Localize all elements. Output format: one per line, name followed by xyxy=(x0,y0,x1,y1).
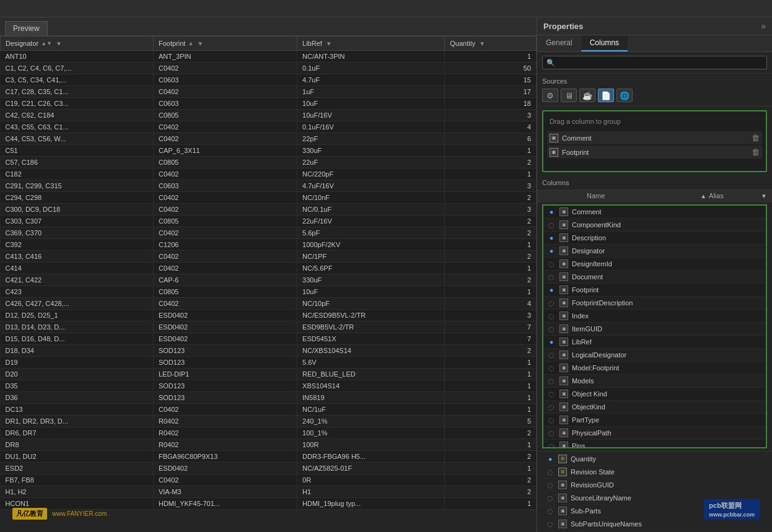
table-row[interactable]: D15, D16, D48, D... ESD0402 ESD5451X 7 xyxy=(1,333,537,345)
table-row[interactable]: D18, D34 SOD123 NC/XBS104S14 2 xyxy=(1,345,537,357)
visibility-icon[interactable]: ◌ xyxy=(547,364,556,372)
visibility-icon[interactable]: ◌ xyxy=(547,377,556,385)
preview-tab[interactable]: Preview xyxy=(5,21,48,35)
properties-collapse-btn[interactable]: » xyxy=(761,21,766,31)
column-list-item[interactable]: ◌ ▣ Document xyxy=(543,271,766,284)
column-list-item[interactable]: ● ▣ Designator xyxy=(543,245,766,258)
table-row[interactable]: D13, D14, D23, D... ESD0402 ESD9B5VL-2/T… xyxy=(1,321,537,333)
col-header-libref[interactable]: LibRef ▼ xyxy=(297,37,445,51)
table-row[interactable]: H1, H2 VIA-M3 H1 2 xyxy=(1,486,537,498)
column-list-item[interactable]: ◌ ▣ DesignItemId xyxy=(543,258,766,271)
visibility-icon[interactable]: ◌ xyxy=(547,429,556,437)
table-row[interactable]: C291, C299, C315 C0603 4.7uF/16V 3 xyxy=(1,180,537,192)
visibility-icon[interactable]: ◌ xyxy=(546,494,555,502)
bottom-column-item[interactable]: ● ⚙ Quantity xyxy=(537,453,772,466)
source-cup-btn[interactable]: ☕ xyxy=(579,89,595,102)
column-list-item[interactable]: ◌ ▣ Model:Footprint xyxy=(543,362,766,375)
group-delete-comment[interactable]: 🗑 xyxy=(752,133,760,142)
column-list-item[interactable]: ◌ ▣ PhysicalPath xyxy=(543,427,766,440)
visibility-icon[interactable]: ◌ xyxy=(547,351,556,359)
visibility-icon[interactable]: ◌ xyxy=(546,481,555,489)
table-row[interactable]: C303, C307 C0805 22uF/16V 2 xyxy=(1,216,537,227)
table-row[interactable]: C423 C0805 10uF 1 xyxy=(1,286,537,298)
table-row[interactable]: D12, D25, D25_1 ESD0402 NC/ESD9B5VL-2/TR… xyxy=(1,310,537,321)
column-list-item[interactable]: ◌ ▣ PartType xyxy=(543,414,766,427)
tab-columns[interactable]: Columns xyxy=(581,35,628,51)
columns-list-wrapper[interactable]: ● ▣ Comment ◌ ▣ ComponentKind ● ▣ Descri… xyxy=(542,204,767,448)
quantity-filter-icon[interactable]: ▼ xyxy=(479,40,485,47)
table-row[interactable]: C43, C55, C63, C1... C0402 0.1uF/16V 4 xyxy=(1,121,537,133)
column-list-item[interactable]: ◌ ▣ LogicalDesignator xyxy=(543,349,766,362)
visibility-icon[interactable]: ◌ xyxy=(547,325,556,333)
table-row[interactable]: C413, C416 C0402 NC/1PF 2 xyxy=(1,251,537,263)
col-header-designator[interactable]: Designator ▲▼ ▼ xyxy=(1,37,154,51)
visibility-icon[interactable]: ◌ xyxy=(547,390,556,398)
table-row[interactable]: D19 SOD123 5.6V 1 xyxy=(1,357,537,368)
visibility-icon[interactable]: ◌ xyxy=(547,403,556,411)
column-list-item[interactable]: ◌ ▣ Object Kind xyxy=(543,388,766,401)
column-list-item[interactable]: ● ▣ Comment xyxy=(543,206,766,219)
group-delete-footprint[interactable]: 🗑 xyxy=(752,147,760,157)
visibility-icon[interactable]: ● xyxy=(546,455,555,463)
table-row[interactable]: C51 CAP_6_3X11 330uF 1 xyxy=(1,145,537,157)
column-list-item[interactable]: ◌ ▣ ObjectKind xyxy=(543,401,766,414)
tab-general[interactable]: General xyxy=(537,35,581,51)
table-row[interactable]: C369, C370 C0402 5.6pF 2 xyxy=(1,227,537,239)
table-row[interactable]: DR1, DR2, DR3, D... R0402 240_1% 5 xyxy=(1,416,537,427)
table-row[interactable]: C42, C62, C184 C0805 10uF/16V 3 xyxy=(1,110,537,121)
table-row[interactable]: ANT10 ANT_3PIN NC/ANT-3PIN 1 xyxy=(1,51,537,63)
column-list-item[interactable]: ◌ ▣ Models xyxy=(543,375,766,388)
visibility-icon[interactable]: ◌ xyxy=(547,259,556,268)
visibility-icon[interactable]: ◌ xyxy=(547,416,556,424)
column-list-item[interactable]: ◌ ▣ Index xyxy=(543,310,766,323)
source-file-btn[interactable]: 📄 xyxy=(598,89,614,102)
column-list-item[interactable]: ◌ ▣ ComponentKind xyxy=(543,219,766,232)
col-header-quantity[interactable]: Quantity ▼ xyxy=(445,37,537,51)
bottom-column-item[interactable]: ◌ ⚙ Revision State xyxy=(537,466,772,479)
visibility-icon[interactable]: ● xyxy=(547,246,556,255)
data-table-wrapper[interactable]: Designator ▲▼ ▼ Footprint ▲ ▼ xyxy=(0,36,537,532)
table-row[interactable]: DR6, DR7 R0402 100_1% 2 xyxy=(1,427,537,439)
table-row[interactable]: C3, C5, C34, C41,... C0603 4.7uF 15 xyxy=(1,74,537,86)
table-row[interactable]: C57, C186 C0805 22uF 2 xyxy=(1,157,537,168)
table-row[interactable]: DR8 R0402 100R 1 xyxy=(1,439,537,451)
table-row[interactable]: C421, C422 CAP-6 330uF 2 xyxy=(1,274,537,286)
footprint-filter-icon[interactable]: ▼ xyxy=(197,40,203,47)
table-row[interactable]: DU1, DU2 FBGA96C80P9X13 DDR3-FBGA96 H5..… xyxy=(1,451,537,463)
column-list-item[interactable]: ● ▣ Footprint xyxy=(543,284,766,297)
table-row[interactable]: C44, C53, C56, W... C0402 22pF 6 xyxy=(1,133,537,145)
col-header-footprint[interactable]: Footprint ▲ ▼ xyxy=(153,37,297,51)
bottom-column-item[interactable]: ◌ ▣ SubPartsUniqueNames xyxy=(537,518,772,531)
table-row[interactable]: C182 C0402 NC/220pF 1 xyxy=(1,168,537,180)
visibility-icon[interactable]: ◌ xyxy=(547,312,556,320)
table-row[interactable]: D36 SOD123 IN5819 1 xyxy=(1,392,537,404)
visibility-icon[interactable]: ● xyxy=(547,207,556,216)
visibility-icon[interactable]: ● xyxy=(547,233,556,242)
column-list-item[interactable]: ● ▣ LibRef xyxy=(543,336,766,349)
source-gear-btn[interactable]: ⚙ xyxy=(542,89,558,102)
visibility-icon[interactable]: ◌ xyxy=(546,468,555,476)
column-list-item[interactable]: ◌ ▣ ItemGUID xyxy=(543,323,766,336)
table-row[interactable]: C294, C298 C0402 NC/10nF 2 xyxy=(1,192,537,204)
table-row[interactable]: C1, C2, C4, C6, C7,... C0402 0.1uF 50 xyxy=(1,63,537,74)
search-input[interactable] xyxy=(558,58,763,67)
source-globe-btn[interactable]: 🌐 xyxy=(616,89,633,102)
table-row[interactable]: C392 C1206 1000pF/2KV 1 xyxy=(1,239,537,251)
table-row[interactable]: D20 LED-DIP1 RED_BLUE_LED 1 xyxy=(1,368,537,380)
visibility-icon[interactable]: ◌ xyxy=(547,299,556,307)
designator-filter-icon[interactable]: ▼ xyxy=(56,40,62,47)
table-row[interactable]: C17, C28, C35, C1... C0402 1uF 17 xyxy=(1,86,537,98)
column-list-item[interactable]: ● ▣ Description xyxy=(543,232,766,245)
table-row[interactable]: DC13 C0402 NC/1uF 1 xyxy=(1,404,537,416)
table-row[interactable]: D35 SOD123 XBS104S14 1 xyxy=(1,380,537,392)
table-row[interactable]: FB7, FB8 C0402 0R 2 xyxy=(1,474,537,486)
visibility-icon[interactable]: ◌ xyxy=(547,442,556,448)
visibility-icon[interactable]: ◌ xyxy=(547,220,556,229)
column-list-item[interactable]: ◌ ▣ FootprintDescription xyxy=(543,297,766,310)
table-row[interactable]: C300, DC9, DC18 C0402 NC/0.1uF 3 xyxy=(1,204,537,216)
visibility-icon[interactable]: ◌ xyxy=(547,273,556,281)
table-row[interactable]: ESD2 ESD0402 NC/AZ5825-01F 1 xyxy=(1,463,537,474)
bottom-column-item[interactable]: ◌ ▣ RevisionGUID xyxy=(537,479,772,492)
table-row[interactable]: C414 C0402 NC/5.6PF 1 xyxy=(1,263,537,274)
visibility-icon[interactable]: ◌ xyxy=(546,520,555,528)
